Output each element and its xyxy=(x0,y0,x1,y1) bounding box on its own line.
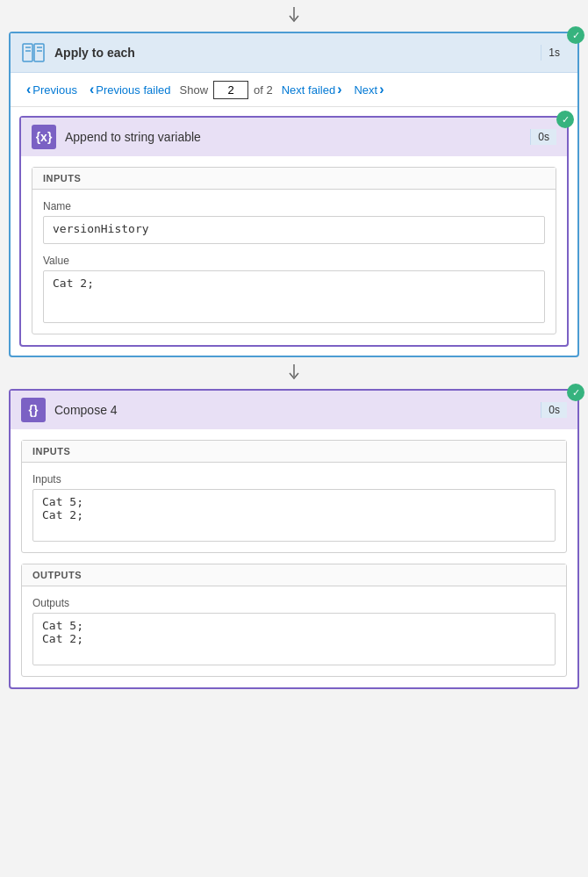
compose4-title: Compose 4 xyxy=(54,403,118,417)
previous-failed-chevron-icon xyxy=(90,82,94,97)
name-field-label: Name xyxy=(43,200,545,212)
of-label: of 2 xyxy=(254,83,273,97)
compose4-body: INPUTS Inputs Cat 5; Cat 2; OUTPUTS Outp… xyxy=(21,440,567,677)
name-field-value: versionHistory xyxy=(43,216,545,244)
compose4-inputs-header: INPUTS xyxy=(22,441,566,463)
compose4-icon: {} xyxy=(21,398,46,422)
compose4-outputs-value: Cat 5; Cat 2; xyxy=(32,613,556,665)
compose4-duration: 0s xyxy=(541,402,567,418)
append-string-header: {x} Append to string variable 0s xyxy=(21,118,567,156)
show-label: Show xyxy=(180,83,209,97)
next-failed-chevron-icon xyxy=(337,82,341,97)
append-string-duration: 0s xyxy=(530,129,556,145)
previous-button[interactable]: Previous xyxy=(23,80,81,99)
compose4-inputs-section: INPUTS Inputs Cat 5; Cat 2; xyxy=(21,440,567,553)
inputs-section-content: Name versionHistory Value Cat 2; xyxy=(32,190,556,334)
append-string-title: Append to string variable xyxy=(65,130,201,144)
compose4-inputs-label: Inputs xyxy=(32,473,556,485)
next-failed-label: Next failed xyxy=(282,83,335,97)
previous-chevron-icon xyxy=(26,82,31,97)
compose4-header-left: {} Compose 4 xyxy=(21,398,118,422)
apply-each-duration: 1s xyxy=(541,45,567,61)
compose4-inputs-value: Cat 5; Cat 2; xyxy=(32,489,556,542)
value-field-value: Cat 2; xyxy=(43,270,545,323)
nav-bar: Previous Previous failed Show of 2 Next … xyxy=(11,73,577,107)
next-button[interactable]: Next xyxy=(350,80,387,99)
compose4-success-icon: ✓ xyxy=(567,384,584,401)
value-field-group: Value Cat 2; xyxy=(43,255,545,323)
show-input[interactable] xyxy=(213,81,248,99)
apply-each-header-left: Apply to each xyxy=(21,40,135,65)
inputs-section: INPUTS Name versionHistory Value Cat 2; xyxy=(32,167,556,334)
inputs-section-header: INPUTS xyxy=(32,168,556,190)
compose4-outputs-field: Outputs Cat 5; Cat 2; xyxy=(32,597,556,665)
apply-each-header: Apply to each 1s xyxy=(11,33,577,73)
compose4-outputs-header: OUTPUTS xyxy=(22,564,566,586)
value-field-label: Value xyxy=(43,255,545,267)
append-string-header-left: {x} Append to string variable xyxy=(32,125,201,149)
append-string-body: INPUTS Name versionHistory Value Cat 2; xyxy=(32,167,556,334)
compose4-card: ✓ {} Compose 4 0s INPUTS Inputs Cat 5; C… xyxy=(9,389,579,689)
svg-rect-2 xyxy=(34,44,44,61)
apply-each-card: ✓ Apply to each 1s Previous xyxy=(9,32,579,357)
previous-label: Previous xyxy=(32,83,77,97)
compose4-outputs-label: Outputs xyxy=(32,597,556,609)
compose4-outputs-content: Outputs Cat 5; Cat 2; xyxy=(22,586,566,676)
append-string-action: ✓ {x} Append to string variable 0s INPUT… xyxy=(19,116,569,347)
next-label: Next xyxy=(354,83,377,97)
previous-failed-button[interactable]: Previous failed xyxy=(86,80,175,99)
append-string-icon: {x} xyxy=(32,125,56,149)
svg-rect-1 xyxy=(23,44,32,61)
apply-each-title: Apply to each xyxy=(54,46,135,60)
name-field-group: Name versionHistory xyxy=(43,200,545,244)
next-chevron-icon xyxy=(379,82,384,97)
compose4-inputs-field: Inputs Cat 5; Cat 2; xyxy=(32,473,556,542)
compose4-inputs-content: Inputs Cat 5; Cat 2; xyxy=(22,463,566,552)
mid-connector-arrow xyxy=(0,357,588,389)
compose4-outputs-section: OUTPUTS Outputs Cat 5; Cat 2; xyxy=(21,564,567,677)
apply-each-icon xyxy=(21,40,46,65)
compose4-header: {} Compose 4 0s xyxy=(11,391,577,429)
top-connector-arrow xyxy=(0,0,588,32)
previous-failed-label: Previous failed xyxy=(96,83,170,97)
apply-each-success-icon: ✓ xyxy=(567,26,584,44)
next-failed-button[interactable]: Next failed xyxy=(278,80,346,99)
append-string-success-icon: ✓ xyxy=(556,111,574,128)
